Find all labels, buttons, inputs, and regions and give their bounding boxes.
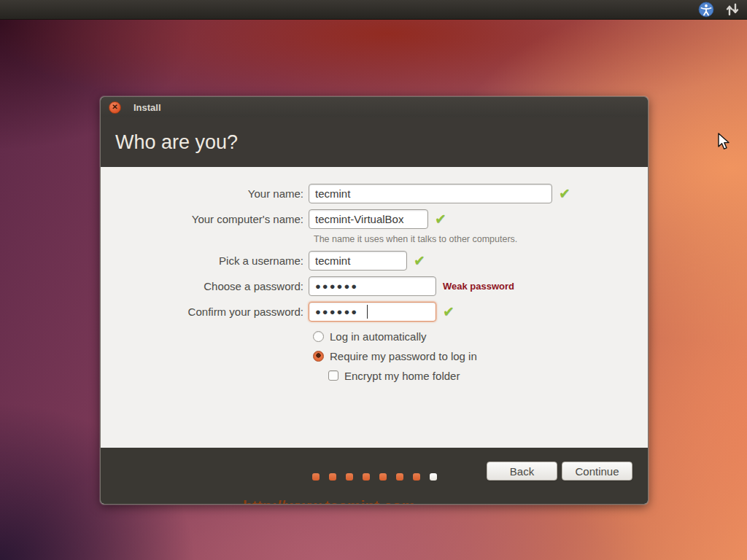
window-title: Install [133,102,161,113]
up-down-arrows-icon[interactable] [724,1,741,18]
valid-check-icon: ✔ [443,303,454,320]
progress-dot [379,473,387,481]
progress-dot [312,473,320,481]
progress-dot [346,473,353,481]
page-title: Who are you? [115,131,238,154]
encrypt-home-label: Encrypt my home folder [344,370,460,382]
encrypt-home-option[interactable]: Encrypt my home folder [328,369,648,382]
valid-check-icon: ✔ [414,252,425,269]
back-button[interactable]: Back [487,462,557,481]
computer-name-helper: The name it uses when it talks to other … [314,234,517,244]
page-header: Who are you? [101,117,648,167]
form-area: Your name: ✔ Your computer's name: ✔ The… [101,167,648,448]
accessibility-icon[interactable] [697,1,715,18]
computer-name-helper-row: The name it uses when it talks to other … [101,232,648,245]
require-password-option[interactable]: Require my password to log in [313,349,648,362]
valid-check-icon: ✔ [435,211,446,228]
top-panel [0,0,747,20]
computer-name-row: Your computer's name: ✔ [101,209,648,229]
name-label: Your name: [101,187,309,200]
checkbox-unchecked-icon[interactable] [328,370,338,381]
computer-name-label: Your computer's name: [101,213,309,225]
progress-dot [363,473,370,481]
username-label: Pick a username: [101,254,309,267]
password-label: Choose a password: [101,280,309,292]
radio-selected-icon[interactable] [313,351,324,362]
text-caret [367,305,368,319]
require-password-label: Require my password to log in [330,350,477,362]
install-window: ✕ Install Who are you? Your name: ✔ Your… [100,96,649,505]
confirm-password-label: Confirm your password: [101,306,309,318]
computer-name-input[interactable] [309,209,428,229]
username-input[interactable] [309,251,407,271]
radio-unselected-icon[interactable] [313,331,324,342]
close-icon[interactable]: ✕ [109,101,121,114]
progress-dot [396,473,403,481]
password-row: Choose a password: Weak password [101,276,648,296]
confirm-password-input[interactable] [309,302,436,322]
window-titlebar[interactable]: ✕ Install [101,97,648,117]
continue-button[interactable]: Continue [562,462,632,481]
confirm-password-row: Confirm your password: ✔ [101,302,648,322]
password-strength-status: Weak password [443,281,514,292]
progress-dot [413,473,420,481]
progress-dot [430,473,437,481]
valid-check-icon: ✔ [559,185,570,202]
auto-login-option[interactable]: Log in automatically [313,330,648,343]
watermark-url: http://www.tecmint.com [243,497,415,505]
progress-dot [329,473,336,481]
mouse-cursor-icon [718,133,731,155]
username-row: Pick a username: ✔ [101,251,648,271]
name-row: Your name: ✔ [101,184,648,203]
password-input[interactable] [309,276,436,296]
auto-login-label: Log in automatically [330,330,427,343]
name-input[interactable] [309,184,552,203]
